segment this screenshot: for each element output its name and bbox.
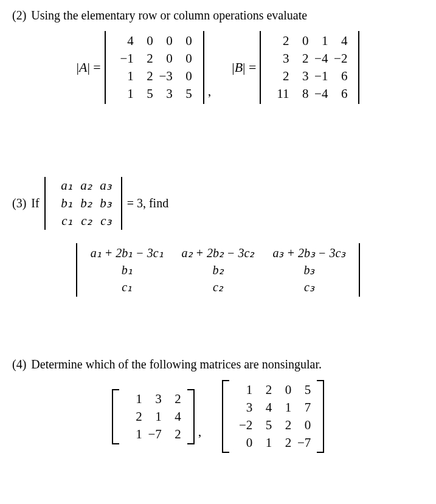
vbar-icon — [203, 31, 204, 104]
matrix-A: 4000 −1200 12−30 1535 — [109, 31, 199, 104]
page: (2) Using the elementary row or column o… — [0, 0, 436, 471]
separator: , — [198, 424, 202, 440]
matrix-abc-small: a₁a₂a₃ b₁b₂b₃ c₁c₂c₃ — [49, 177, 117, 230]
matrix-M2-bracket: 1205 3417 −2520 012−7 — [222, 380, 324, 453]
problem-4-matrices: 132 214 1−72 , 1205 3417 −2520 012−7 — [12, 380, 424, 453]
problem-4-text: Determine which of the following matrice… — [31, 357, 424, 371]
left-bracket-icon — [112, 389, 118, 444]
separator: , — [208, 83, 212, 99]
problem-4: (4) Determine which of the following mat… — [12, 357, 424, 453]
problem-3-text-post: = 3, find — [127, 196, 169, 210]
right-bracket-icon — [318, 380, 324, 453]
vbar-icon — [121, 177, 122, 230]
problem-3-number: (3) — [12, 196, 26, 210]
problem-3-text-pre: If — [31, 196, 39, 210]
vbar-icon — [260, 31, 261, 104]
problem-2-text: Using the elementary row or column opera… — [31, 9, 424, 22]
det-B-label: |B| = — [232, 60, 256, 75]
vbar-icon — [105, 31, 106, 104]
vbar-icon — [76, 243, 77, 297]
det-big-block: a₁ + 2b₁ − 3c₁a₂ + 2b₂ − 3c₂a₃ + 2b₃ − 3… — [12, 243, 424, 297]
right-bracket-icon — [189, 389, 195, 444]
matrix-abc-big: a₁ + 2b₁ − 3c₁a₂ + 2b₂ − 3c₂a₃ + 2b₃ − 3… — [81, 243, 356, 297]
matrix-M1-block: 132 214 1−72 , — [112, 389, 202, 444]
matrix-M1: 132 214 1−72 — [118, 389, 189, 444]
problem-2: (2) Using the elementary row or column o… — [12, 9, 424, 104]
matrix-M2: 1205 3417 −2520 012−7 — [228, 380, 318, 453]
problem-3: (3) If a₁a₂a₃ b₁b₂b₃ c₁c₂c₃ = 3, find a₁… — [12, 177, 424, 297]
det-B-block: |B| = 2014 32−4−2 23−16 118−46 — [232, 31, 359, 104]
det-small-block: a₁a₂a₃ b₁b₂b₃ c₁c₂c₃ — [44, 177, 122, 230]
left-bracket-icon — [222, 380, 228, 453]
matrix-M1-bracket: 132 214 1−72 — [112, 389, 195, 444]
matrix-M2-block: 1205 3417 −2520 012−7 — [222, 380, 324, 453]
vbar-icon — [358, 31, 359, 104]
det-A-label: |A| = — [77, 60, 101, 75]
matrix-B: 2014 32−4−2 23−16 118−46 — [265, 31, 355, 104]
problem-2-number: (2) — [12, 9, 26, 22]
problem-2-heading: (2) Using the elementary row or column o… — [12, 9, 424, 22]
det-big-inner: a₁ + 2b₁ − 3c₁a₂ + 2b₂ − 3c₂a₃ + 2b₃ − 3… — [76, 243, 361, 297]
problem-4-heading: (4) Determine which of the following mat… — [12, 357, 424, 371]
problem-4-number: (4) — [12, 357, 26, 371]
vbar-icon — [44, 177, 46, 230]
vbar-icon — [359, 243, 360, 297]
problem-2-equations: |A| = 4000 −1200 12−30 1535 , |B| = 2 — [12, 31, 424, 104]
det-A-block: |A| = 4000 −1200 12−30 1535 , — [77, 31, 212, 104]
problem-3-heading: (3) If a₁a₂a₃ b₁b₂b₃ c₁c₂c₃ = 3, find — [12, 177, 424, 230]
